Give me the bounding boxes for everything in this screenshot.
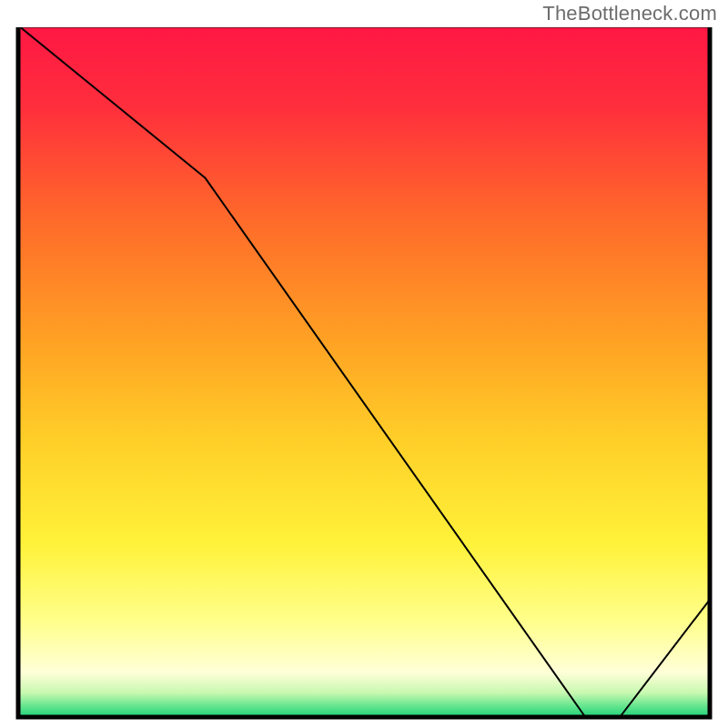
plot-group (15, 20, 713, 717)
chart-svg (0, 0, 728, 728)
chart-frame: TheBottleneck.com (0, 0, 728, 728)
top-edge-mask (15, 20, 713, 27)
plot-background (18, 25, 710, 717)
